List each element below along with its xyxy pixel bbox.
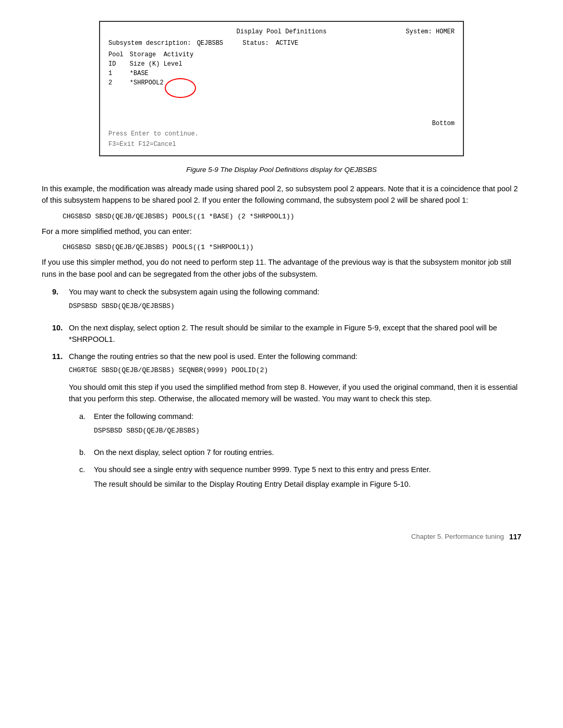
col-id: ID: [108, 59, 130, 69]
numbered-list: 9. You may want to check the subsystem a…: [52, 286, 521, 501]
paragraph-3: If you use this simpler method, you do n…: [42, 256, 521, 280]
page-number: 117: [509, 533, 521, 541]
col-activity: Activity: [164, 50, 194, 59]
item-10-content: On the next display, select option 2. Th…: [69, 322, 521, 346]
item-9-num: 9.: [52, 286, 69, 317]
item-b-content: On the next display, select option 7 for…: [94, 447, 274, 458]
terminal-title: Display Pool Definitions: [108, 27, 455, 36]
numbered-item-9: 9. You may want to check the subsystem a…: [52, 286, 521, 317]
item-a-letter: a.: [79, 411, 94, 441]
item-a-code: DSPSBSD SBSD(QEJB/QEJBSBS): [94, 426, 200, 436]
item-c-content: You should see a single entry with seque…: [94, 464, 431, 497]
row2-storage: *SHRPOOL2: [130, 78, 164, 88]
lettered-list: a. Enter the following command: DSPSBSD …: [79, 411, 521, 496]
item-c-after: The result should be similar to the Disp…: [94, 478, 431, 490]
item-10-num: 10.: [52, 322, 69, 346]
lettered-item-c: c. You should see a single entry with se…: [79, 464, 521, 497]
item-c-text: You should see a single entry with seque…: [94, 465, 431, 474]
system-value: HOMER: [436, 28, 455, 35]
item-9-content: You may want to check the subsystem agai…: [69, 286, 320, 317]
terminal-function-keys: F3=Exit F12=Cancel: [108, 140, 455, 149]
item-9-code: DSPSBSD SBSD(QEJB/QEJBSBS): [69, 301, 320, 312]
terminal-press-msg: Press Enter to continue.: [108, 129, 455, 139]
page-footer: Chapter 5. Performance tuning 117: [42, 533, 521, 541]
row2-id: 2: [108, 78, 130, 88]
item-a-text: Enter the following command:: [94, 412, 193, 421]
item-9-text: You may want to check the subsystem agai…: [69, 288, 320, 296]
numbered-item-11: 11. Change the routing entries so that t…: [52, 351, 521, 502]
item-b-letter: b.: [79, 447, 94, 458]
terminal-subsystem-line: Subsystem description: QEJBSBS Status: A…: [108, 39, 455, 48]
item-11-text: Change the routing entries so that the n…: [69, 352, 358, 361]
terminal-screen: Display Pool Definitions System: HOMER S…: [99, 21, 464, 156]
item-11-content: Change the routing entries so that the n…: [69, 351, 521, 502]
system-label: System:: [406, 28, 432, 35]
subsystem-value: QEJBSBS: [197, 40, 223, 47]
lettered-item-b: b. On the next display, select option 7 …: [79, 447, 521, 458]
numbered-item-10: 10. On the next display, select option 2…: [52, 322, 521, 346]
item-a-content: Enter the following command: DSPSBSD SBS…: [94, 411, 200, 441]
row1-storage: *BASE: [130, 69, 164, 78]
status-label: Status:: [242, 40, 268, 47]
paragraph-2: For a more simplified method, you can en…: [42, 226, 521, 237]
item-11-num: 11.: [52, 351, 69, 502]
row1-id: 1: [108, 69, 130, 78]
command-1: CHGSBSD SBSD(QEJB/QEJBSBS) POOLS((1 *BAS…: [63, 213, 521, 220]
lettered-item-a: a. Enter the following command: DSPSBSD …: [79, 411, 521, 441]
terminal-system: System: HOMER: [406, 27, 455, 36]
terminal-bottom: Bottom: [108, 119, 455, 128]
chapter-label: Chapter 5. Performance tuning: [42, 533, 509, 541]
pool-circle-highlight: [165, 78, 196, 98]
item-c-letter: c.: [79, 464, 94, 497]
status-value: ACTIVE: [276, 40, 298, 47]
col-sizek: Size (K): [130, 59, 164, 69]
row1-activity: [164, 69, 194, 78]
command-2: CHGSBSD SBSD(QEJB/QEJBSBS) POOLS((1 *SHR…: [63, 243, 521, 251]
subsystem-label: Subsystem description:: [108, 40, 191, 47]
col-pool: Pool: [108, 50, 130, 59]
item-b-text: On the next display, select option 7 for…: [94, 448, 274, 456]
item-11-code: CHGRTGE SBSD(QEJB/QEJBSBS) SEQNBR(9999) …: [69, 365, 521, 376]
item-10-text: On the next display, select option 2. Th…: [69, 324, 497, 343]
item-11-after: You should omit this step if you used th…: [69, 381, 521, 405]
col-storage: Storage: [130, 50, 164, 59]
col-level: Level: [164, 59, 194, 69]
figure-caption: Figure 5-9 The Display Pool Definitions …: [42, 166, 521, 174]
paragraph-1: In this example, the modification was al…: [42, 183, 521, 206]
